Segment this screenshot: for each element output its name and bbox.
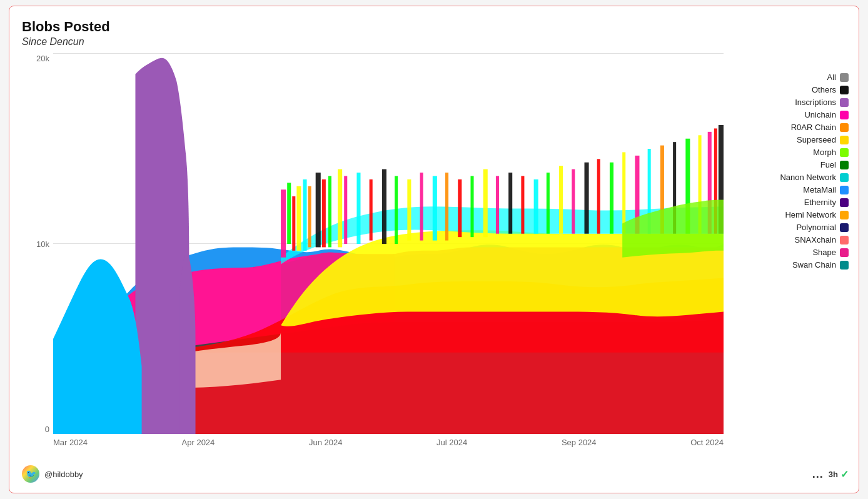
legend-label-inscriptions: Inscriptions xyxy=(795,98,836,107)
svg-rect-29 xyxy=(585,163,589,234)
svg-rect-20 xyxy=(470,176,473,237)
legend-item-shape: Shape xyxy=(736,248,849,257)
legend-item-morph: Morph xyxy=(736,148,849,157)
svg-rect-5 xyxy=(308,186,311,248)
legend-label-swan: Swan Chain xyxy=(792,260,836,270)
svg-rect-32 xyxy=(622,152,625,233)
svg-rect-14 xyxy=(395,176,398,244)
svg-rect-13 xyxy=(382,169,386,244)
chart-svg xyxy=(53,54,724,434)
legend-label-polynomial: Polynomial xyxy=(796,223,836,232)
legend-dot-roar xyxy=(840,123,849,132)
legend-dot-all xyxy=(840,73,849,82)
x-label-jun2024: Jun 2024 xyxy=(309,438,343,447)
legend-dot-polynomial xyxy=(840,223,849,232)
legend-dot-others xyxy=(840,86,849,94)
chart-inner xyxy=(53,54,724,434)
legend-label-superseed: Superseed xyxy=(797,135,836,144)
legend-label-roar: R0AR Chain xyxy=(791,123,836,132)
svg-rect-0 xyxy=(281,189,286,258)
legend-item-polynomial: Polynomial xyxy=(736,223,849,232)
svg-rect-27 xyxy=(559,166,563,234)
svg-rect-6 xyxy=(316,173,321,247)
legend-label-ethernity: Ethernity xyxy=(804,198,836,207)
chart-legend: All Others Inscriptions Unichain R0AR Ch… xyxy=(724,54,849,459)
chart-card: Blobs Posted Since Dencun 0 10k 20k xyxy=(9,6,859,493)
username: @hildobby xyxy=(44,470,83,479)
footer-right: ... 3h ✓ xyxy=(812,468,849,481)
svg-rect-3 xyxy=(296,186,301,251)
dots-menu[interactable]: ... xyxy=(812,468,824,481)
time-label: 3h xyxy=(829,470,838,479)
avatar: 🐦 xyxy=(22,465,39,483)
y-label-10k: 10k xyxy=(22,239,53,249)
legend-label-fuel: Fuel xyxy=(820,160,836,169)
svg-rect-12 xyxy=(370,179,373,241)
x-label-oct2024: Oct 2024 xyxy=(690,438,724,447)
legend-dot-snaxchain xyxy=(840,236,849,244)
svg-rect-8 xyxy=(328,176,331,247)
svg-rect-31 xyxy=(610,163,613,234)
y-axis: 0 10k 20k xyxy=(22,54,53,434)
time-badge: 3h ✓ xyxy=(829,468,849,480)
svg-rect-23 xyxy=(508,173,512,234)
y-label-0k: 0 xyxy=(22,425,53,434)
svg-rect-15 xyxy=(407,179,411,241)
legend-label-snaxchain: SNAXchain xyxy=(795,235,836,244)
legend-label-morph: Morph xyxy=(813,148,836,157)
svg-rect-17 xyxy=(433,176,437,240)
legend-dot-fuel xyxy=(840,161,849,169)
svg-rect-10 xyxy=(344,176,347,244)
svg-rect-25 xyxy=(534,179,538,234)
svg-rect-19 xyxy=(458,179,462,237)
check-icon: ✓ xyxy=(840,468,849,480)
svg-rect-7 xyxy=(322,179,326,248)
legend-item-superseed: Superseed xyxy=(736,135,849,144)
x-label-apr2024: Apr 2024 xyxy=(182,438,215,447)
legend-item-hemi: Hemi Network xyxy=(736,210,849,219)
legend-item-swan: Swan Chain xyxy=(736,260,849,270)
legend-dot-unichain xyxy=(840,111,849,119)
legend-dot-shape xyxy=(840,248,849,257)
y-label-20k: 20k xyxy=(22,54,53,63)
legend-item-nanon: Nanon Network xyxy=(736,173,849,182)
legend-label-hemi: Hemi Network xyxy=(785,210,836,219)
x-label-jul2024: Jul 2024 xyxy=(437,438,467,447)
legend-label-others: Others xyxy=(812,85,836,94)
svg-rect-9 xyxy=(338,169,342,248)
x-label-mar2024: Mar 2024 xyxy=(53,438,88,447)
legend-label-nanon: Nanon Network xyxy=(780,173,836,182)
legend-item-others: Others xyxy=(736,85,849,94)
legend-item-roar: R0AR Chain xyxy=(736,123,849,132)
chart-area: 0 10k 20k xyxy=(22,54,849,459)
x-label-sep2024: Sep 2024 xyxy=(562,438,597,447)
footer: 🐦 @hildobby ... 3h ✓ xyxy=(22,463,849,483)
svg-rect-26 xyxy=(547,173,550,234)
legend-item-fuel: Fuel xyxy=(736,160,849,169)
legend-item-metamail: MetaMail xyxy=(736,185,849,194)
chart-container: 0 10k 20k xyxy=(22,54,724,459)
svg-rect-4 xyxy=(303,179,306,251)
legend-dot-morph xyxy=(840,148,849,157)
legend-label-unichain: Unichain xyxy=(804,110,836,119)
legend-dot-metamail xyxy=(840,186,849,194)
svg-rect-24 xyxy=(521,176,524,233)
legend-dot-hemi xyxy=(840,211,849,219)
svg-rect-18 xyxy=(445,173,448,241)
legend-item-all: All xyxy=(736,73,849,82)
legend-dot-superseed xyxy=(840,136,849,144)
user-info: 🐦 @hildobby xyxy=(22,465,83,483)
svg-rect-2 xyxy=(292,196,295,251)
legend-dot-ethernity xyxy=(840,198,849,207)
svg-rect-11 xyxy=(356,173,360,244)
legend-label-shape: Shape xyxy=(812,248,836,257)
legend-dot-nanon xyxy=(840,173,849,182)
svg-rect-1 xyxy=(287,183,291,244)
legend-item-snaxchain: SNAXchain xyxy=(736,235,849,244)
legend-item-ethernity: Ethernity xyxy=(736,198,849,207)
chart-subtitle: Since Dencun xyxy=(22,36,849,48)
svg-rect-21 xyxy=(483,169,488,238)
svg-rect-30 xyxy=(597,159,600,233)
chart-title: Blobs Posted xyxy=(22,19,849,35)
svg-rect-16 xyxy=(420,173,423,241)
